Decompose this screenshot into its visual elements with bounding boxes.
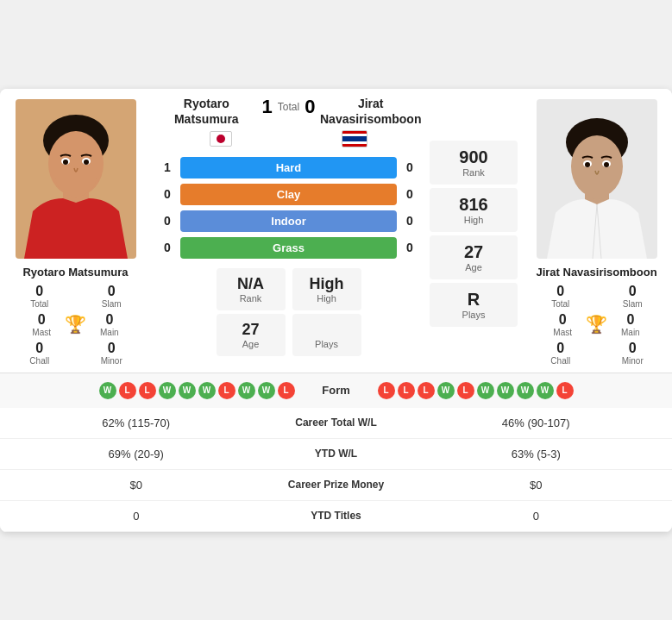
- hard-right-score: 0: [397, 160, 423, 174]
- ytd-wl-label: YTD W/L: [259, 448, 414, 460]
- left-name-top: Ryotaro Matsumura: [154, 96, 259, 127]
- form-section: WLLWWWLWWL Form LLLWLWWWWL: [0, 373, 672, 408]
- right-form-badge-L: L: [418, 382, 435, 399]
- right-high-box: 816 High: [430, 188, 518, 232]
- trophy-icon-left: 🏆: [65, 314, 86, 335]
- stats-rows: 62% (115-70) Career Total W/L 46% (90-10…: [0, 408, 672, 532]
- career-total-left: 62% (115-70): [14, 416, 259, 429]
- left-form-badge-L: L: [278, 382, 295, 399]
- ytd-wl-row: 69% (20-9) YTD W/L 63% (5-3): [0, 439, 672, 470]
- surface-indoor-row: 0 Indoor 0: [154, 208, 423, 235]
- right-slam-stat: 0 Slam: [600, 284, 666, 309]
- right-player-card: Jirat Navasirisomboon 0 Total 0 Slam 0 M…: [521, 89, 672, 373]
- right-mast-stat: 0 Mast: [553, 312, 572, 337]
- left-plays-value: [303, 321, 351, 339]
- hard-left-score: 1: [154, 160, 180, 174]
- right-main-stat: 0 Main: [621, 312, 640, 337]
- svg-point-15: [604, 162, 609, 167]
- right-age-value: 27: [436, 242, 511, 262]
- prize-left: $0: [14, 479, 259, 492]
- svg-point-14: [585, 162, 590, 167]
- right-plays-label: Plays: [436, 310, 511, 320]
- ytd-wl-left: 69% (20-9): [14, 448, 259, 460]
- left-player-name: Ryotaro Matsumura: [22, 266, 128, 279]
- left-form-badge-L: L: [218, 382, 236, 399]
- right-form-badge-L: L: [398, 382, 415, 399]
- left-form-badge-W: W: [238, 382, 255, 399]
- grass-btn[interactable]: Grass: [180, 237, 397, 259]
- center-stats-row: N/A Rank High High: [154, 268, 423, 310]
- svg-point-7: [84, 160, 89, 165]
- left-form-badge-L: L: [139, 382, 156, 399]
- indoor-left-score: 0: [154, 214, 180, 228]
- right-age-box: 27 Age: [430, 235, 518, 279]
- left-age-value: 27: [227, 321, 275, 339]
- left-mast-stat: 0 Mast: [32, 312, 51, 337]
- center-stats-row2: 27 Age Plays: [154, 314, 423, 356]
- left-form-badge-W: W: [258, 382, 275, 399]
- ytd-titles-left: 0: [14, 510, 259, 523]
- clay-left-score: 0: [154, 187, 180, 201]
- flag-thailand: [342, 130, 367, 147]
- right-form-badge-W: W: [537, 382, 554, 399]
- right-age-label: Age: [436, 262, 511, 272]
- right-score: 0: [305, 96, 315, 118]
- right-form-badge-W: W: [497, 382, 514, 399]
- left-minor-stat: 0 Minor: [79, 341, 145, 366]
- left-chall-stat: 0 Chall: [7, 341, 72, 366]
- left-form-badge-W: W: [179, 382, 196, 399]
- left-slam-stat: 0 Slam: [79, 284, 145, 309]
- grass-right-score: 0: [397, 241, 423, 254]
- top-section: Ryotaro Matsumura 0 Total 0 Slam 0 Mast …: [0, 89, 672, 373]
- right-player-name: Jirat Navasirisomboon: [536, 266, 656, 279]
- left-score: 1: [262, 96, 273, 118]
- center-column: Ryotaro Matsumura 1 Total 0 Jirat Navasi…: [151, 89, 426, 373]
- left-high-box: High High: [292, 268, 361, 310]
- left-rank-box: N/A Rank: [217, 268, 286, 310]
- indoor-btn[interactable]: Indoor: [180, 210, 397, 232]
- right-rank-value: 900: [436, 147, 511, 167]
- clay-right-score: 0: [397, 187, 423, 201]
- left-form-badges: WLLWWWLWWL: [14, 382, 295, 399]
- right-high-value: 816: [436, 195, 511, 215]
- right-minor-stat: 0 Minor: [600, 341, 666, 366]
- right-name-top: Jirat Navasirisomboon: [318, 96, 423, 127]
- clay-btn[interactable]: Clay: [180, 184, 397, 205]
- right-form-badge-L: L: [378, 382, 395, 399]
- left-high-value: High: [303, 275, 351, 293]
- flag-japan: [210, 131, 232, 147]
- right-form-badges: LLLWLWWWWL: [378, 382, 659, 399]
- svg-point-6: [63, 160, 68, 165]
- surface-grass-row: 0 Grass 0: [154, 235, 423, 261]
- right-form-badge-L: L: [556, 382, 574, 399]
- left-age-box: 27 Age: [217, 314, 286, 356]
- right-total-stat: 0 Total: [528, 284, 593, 309]
- left-age-label: Age: [227, 339, 275, 349]
- main-container: Ryotaro Matsumura 0 Total 0 Slam 0 Mast …: [0, 89, 672, 532]
- surface-hard-row: 1 Hard 0: [154, 154, 423, 181]
- career-total-row: 62% (115-70) Career Total W/L 46% (90-10…: [0, 408, 672, 439]
- ytd-titles-row: 0 YTD Titles 0: [0, 501, 672, 532]
- left-plays-label: Plays: [303, 339, 351, 349]
- right-form-badge-L: L: [457, 382, 474, 399]
- ytd-wl-right: 63% (5-3): [414, 448, 659, 460]
- right-rank-box: 900 Rank: [430, 141, 518, 185]
- left-form-badge-W: W: [159, 382, 176, 399]
- left-form-badge-L: L: [119, 382, 136, 399]
- surface-clay-row: 0 Clay 0: [154, 181, 423, 208]
- left-form-badge-W: W: [99, 382, 116, 399]
- indoor-right-score: 0: [397, 214, 423, 228]
- trophy-icon-right: 🏆: [586, 314, 607, 335]
- left-high-label: High: [303, 293, 351, 304]
- hard-btn[interactable]: Hard: [180, 157, 397, 178]
- prize-right: $0: [414, 479, 659, 492]
- grass-left-score: 0: [154, 241, 180, 254]
- right-form-badge-W: W: [437, 382, 455, 399]
- surfaces-area: 1 Hard 0 0 Clay 0 0 Indoor 0 0 Grass: [154, 154, 423, 261]
- left-rank-value: N/A: [227, 275, 275, 293]
- score-area: 1 Total 0: [259, 96, 319, 118]
- total-label: Total: [278, 101, 299, 113]
- career-total-label: Career Total W/L: [259, 416, 414, 429]
- left-plays-box: Plays: [292, 314, 361, 356]
- prize-money-row: $0 Career Prize Money $0: [0, 470, 672, 501]
